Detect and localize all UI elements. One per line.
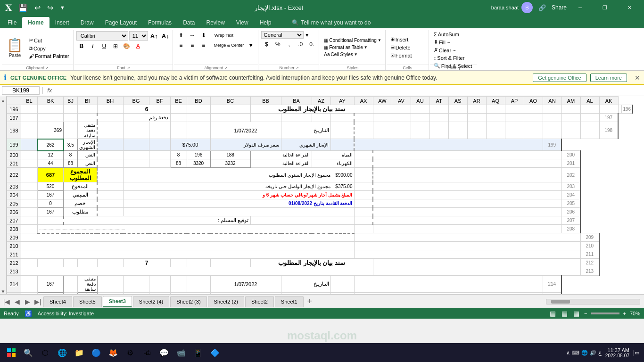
cell-BK204[interactable]: 167 [38, 191, 64, 199]
cell-AO198[interactable] [524, 122, 543, 139]
cell-BK214[interactable]: 167 [38, 276, 64, 293]
sheet-tab-sheet4[interactable]: Sheet4 [43, 296, 72, 307]
align-bottom-btn[interactable]: ⬇ [198, 31, 209, 40]
cell-BB197[interactable] [250, 114, 281, 122]
empty-cells-209[interactable] [21, 233, 355, 242]
cell-AY201[interactable] [354, 159, 373, 168]
cell-AK206[interactable]: 206 [561, 208, 580, 216]
cell-BH198[interactable] [97, 122, 123, 139]
cell-AK208[interactable]: 208 [561, 225, 580, 233]
cell-BH205[interactable] [97, 199, 123, 208]
store-icon[interactable]: 🛍 [140, 345, 155, 360]
cell-AY198[interactable] [330, 122, 354, 139]
cell-AY203[interactable] [354, 182, 373, 191]
tab-tell-me[interactable]: 🔍Tell me what you want to do [286, 17, 376, 28]
sheet-tab-sheet1[interactable]: Sheet1 [275, 296, 304, 307]
cell-BJ196[interactable] [64, 105, 78, 114]
col-AW[interactable]: AW [373, 97, 392, 105]
cell-AR198[interactable] [467, 122, 486, 139]
chrome-icon[interactable]: 🔵 [89, 345, 104, 360]
cell-BL208[interactable] [21, 225, 38, 233]
cell-BC197[interactable] [210, 114, 250, 122]
sheet-nav-prev[interactable]: ◀ [12, 297, 22, 306]
empty-214[interactable] [354, 276, 543, 293]
format-as-table-button[interactable]: ▦ Format as Table ▼ [322, 44, 383, 50]
cell-BH201[interactable] [97, 159, 123, 168]
wrap-text-btn[interactable]: Wrap Text [213, 31, 235, 40]
cell-BD214[interactable] [187, 276, 210, 293]
cell-AV197[interactable] [392, 114, 411, 122]
tray-up-icon[interactable]: ∧ [566, 350, 570, 356]
italic-button[interactable]: I [88, 42, 98, 50]
empty-204[interactable] [373, 191, 561, 199]
cell-BD197[interactable] [187, 114, 210, 122]
cell-BH196[interactable] [97, 105, 123, 114]
border-button[interactable]: ⊞ [110, 42, 121, 50]
autosum-button[interactable]: Σ AutoSum [432, 31, 474, 38]
cell-AM196[interactable] [599, 105, 618, 114]
col-BJ[interactable]: BJ [64, 97, 78, 105]
settings-icon[interactable]: ⚙ [123, 345, 138, 360]
cell-BH200[interactable] [97, 151, 123, 159]
font-family-select[interactable]: Calibri [76, 31, 128, 41]
cell-AK210[interactable]: 210 [580, 242, 599, 250]
cell-BG201[interactable] [123, 159, 149, 168]
cell-AS198[interactable] [448, 122, 467, 139]
format-button[interactable]: ⊡ Format [388, 52, 414, 59]
cell-AV198[interactable] [392, 122, 411, 139]
cell-AQ198[interactable] [486, 122, 505, 139]
col-BC[interactable]: BC [210, 97, 250, 105]
cell-AU197[interactable] [411, 114, 429, 122]
cell-BJ200[interactable]: 8 [64, 151, 78, 159]
scroll-up-btn[interactable]: ▲ [1, 98, 6, 103]
network-icon[interactable]: 🌐 [581, 350, 588, 356]
cell-BK212[interactable] [38, 259, 64, 267]
cell-AL198[interactable] [580, 122, 599, 139]
sort-filter-button[interactable]: ↕ Sort & Filter [432, 55, 474, 61]
cell-BJ215[interactable]: 3.4 [64, 293, 78, 295]
col-BL[interactable]: BL [21, 97, 38, 105]
cell-BE212[interactable] [170, 259, 187, 267]
font-decrease-btn[interactable]: A↓ [160, 32, 171, 40]
tab-page-layout[interactable]: Page Layout [99, 17, 142, 28]
tab-draw[interactable]: Draw [75, 17, 99, 28]
empty-cells-211[interactable] [21, 250, 355, 259]
percent-btn[interactable]: % [272, 40, 283, 49]
font-increase-btn[interactable]: A↑ [149, 32, 159, 40]
cell-BH204[interactable] [97, 191, 123, 199]
firefox-icon[interactable]: 🦊 [106, 345, 121, 360]
cell-AK215[interactable]: 215 [543, 293, 561, 295]
cell-AX197[interactable] [354, 114, 373, 122]
cell-BL212[interactable] [21, 259, 38, 267]
cell-AY199[interactable] [330, 139, 354, 151]
cell-BI198[interactable]: متبقى دفعة سابقة [78, 122, 98, 139]
sheet-nav-last[interactable]: ▶| [33, 297, 42, 306]
empty2-cells-211[interactable] [354, 250, 580, 259]
cell-BI212[interactable] [78, 259, 98, 267]
volume-icon[interactable]: 🔊 [590, 350, 596, 356]
learn-more-button[interactable]: Learn more [590, 74, 627, 82]
empty2-213[interactable] [373, 267, 580, 276]
cell-BH197[interactable] [97, 114, 123, 122]
customize-icon[interactable]: ▼ [60, 5, 65, 10]
cell-BG196[interactable]: 6 [123, 105, 170, 114]
col-AN[interactable]: AN [543, 97, 561, 105]
cell-BE214[interactable] [170, 276, 187, 293]
empty-207[interactable] [373, 216, 561, 225]
col-AL[interactable]: AL [580, 97, 599, 105]
cell-BK196[interactable] [38, 105, 64, 114]
close-notification-button[interactable]: ✕ [635, 74, 640, 82]
cond-fmt-dropdown[interactable]: ▼ [378, 38, 381, 42]
cell-AS196[interactable] [486, 105, 505, 114]
empty-205[interactable] [373, 199, 561, 208]
cell-BL207[interactable] [21, 216, 38, 225]
grid-scroll-area[interactable]: BL BK BJ BI BH BG BF BE BD BC BB BA AZ A… [7, 96, 633, 294]
arabic-lang[interactable]: ع [598, 349, 602, 356]
restore-button[interactable]: ❐ [594, 0, 616, 15]
cell-BC200[interactable]: 188 [210, 151, 250, 159]
cell-BL201[interactable] [21, 159, 38, 168]
cell-BL198[interactable] [21, 122, 38, 139]
cell-AQ196[interactable] [524, 105, 543, 114]
save-icon[interactable]: 💾 [18, 3, 28, 12]
cell-BL204[interactable] [21, 191, 38, 199]
